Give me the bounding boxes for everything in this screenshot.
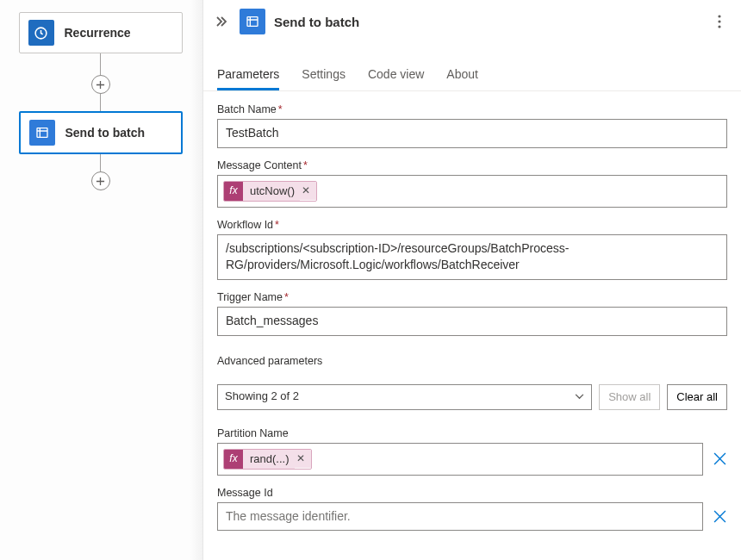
tab-settings[interactable]: Settings	[302, 60, 346, 90]
field-message-id: Message Id	[217, 487, 727, 532]
svg-rect-2	[247, 17, 258, 27]
remove-token-button[interactable]: ✕	[295, 450, 311, 468]
advanced-params-dropdown[interactable]: Showing 2 of 2	[217, 384, 592, 410]
node-send-to-batch[interactable]: Send to batch	[19, 111, 183, 154]
field-trigger-name: Trigger Name*	[217, 291, 727, 336]
connector-line	[100, 94, 101, 111]
expression-token[interactable]: fx utcNow() ✕	[223, 181, 317, 202]
svg-rect-1	[37, 128, 47, 138]
clock-icon	[28, 20, 54, 46]
batch-name-input[interactable]	[217, 119, 727, 148]
message-content-input[interactable]: fx utcNow() ✕	[217, 175, 727, 208]
node-label: Send to batch	[65, 126, 146, 140]
collapse-panel-button[interactable]	[212, 12, 231, 31]
field-label: Partition Name	[217, 427, 727, 439]
panel-header: Send to batch	[203, 0, 741, 43]
remove-parameter-button[interactable]	[712, 451, 727, 467]
field-message-content: Message Content* fx utcNow() ✕	[217, 159, 727, 208]
field-workflow-id: Workflow Id* /subscriptions/<subscriptio…	[217, 219, 727, 280]
batch-icon	[240, 9, 265, 34]
connector-line	[100, 154, 101, 171]
svg-point-3	[718, 15, 720, 17]
add-step-button[interactable]	[91, 171, 110, 190]
parameters-form: Batch Name* Message Content* fx utcNow()…	[203, 91, 741, 542]
workflow-id-input[interactable]: /subscriptions/<subscription-ID>/resourc…	[217, 234, 727, 280]
field-label: Message Id	[217, 487, 727, 499]
panel-title: Send to batch	[274, 15, 701, 29]
node-label: Recurrence	[65, 26, 131, 40]
tab-parameters[interactable]: Parameters	[217, 60, 279, 90]
field-label: Trigger Name*	[217, 291, 727, 303]
field-partition-name: Partition Name fx rand(...) ✕	[217, 427, 727, 476]
message-id-input[interactable]	[217, 502, 703, 532]
add-step-button[interactable]	[91, 75, 110, 94]
chevron-down-icon	[575, 390, 584, 403]
batch-icon	[29, 120, 55, 146]
fx-icon: fx	[224, 450, 243, 469]
field-label: Message Content*	[217, 159, 727, 171]
tab-about[interactable]: About	[446, 60, 478, 90]
dropdown-value: Showing 2 of 2	[225, 389, 299, 404]
remove-parameter-button[interactable]	[712, 509, 727, 525]
show-all-button[interactable]: Show all	[599, 384, 660, 410]
connector-line	[100, 53, 101, 75]
field-label: Advanced parameters	[217, 355, 727, 367]
remove-token-button[interactable]: ✕	[300, 182, 316, 200]
designer-canvas: Recurrence Send to batch	[0, 0, 203, 560]
clear-all-button[interactable]: Clear all	[667, 384, 727, 410]
details-panel: Send to batch Parameters Settings Code v…	[203, 0, 741, 560]
more-menu-button[interactable]	[710, 12, 729, 31]
field-label: Batch Name*	[217, 103, 727, 115]
node-recurrence[interactable]: Recurrence	[19, 12, 183, 53]
tab-code-view[interactable]: Code view	[368, 60, 424, 90]
svg-point-4	[718, 20, 720, 22]
svg-point-5	[718, 25, 720, 28]
expression-token[interactable]: fx rand(...) ✕	[223, 449, 312, 470]
partition-name-input[interactable]: fx rand(...) ✕	[217, 443, 703, 476]
field-label: Workflow Id*	[217, 219, 727, 231]
app-root: Recurrence Send to batch	[0, 0, 741, 560]
fx-icon: fx	[224, 182, 243, 201]
token-label: utcNow()	[243, 182, 300, 201]
field-batch-name: Batch Name*	[217, 103, 727, 148]
token-label: rand(...)	[243, 450, 295, 469]
panel-tabs: Parameters Settings Code view About	[203, 60, 741, 91]
field-advanced-parameters: Advanced parameters Showing 2 of 2 Show …	[217, 355, 727, 410]
trigger-name-input[interactable]	[217, 307, 727, 336]
